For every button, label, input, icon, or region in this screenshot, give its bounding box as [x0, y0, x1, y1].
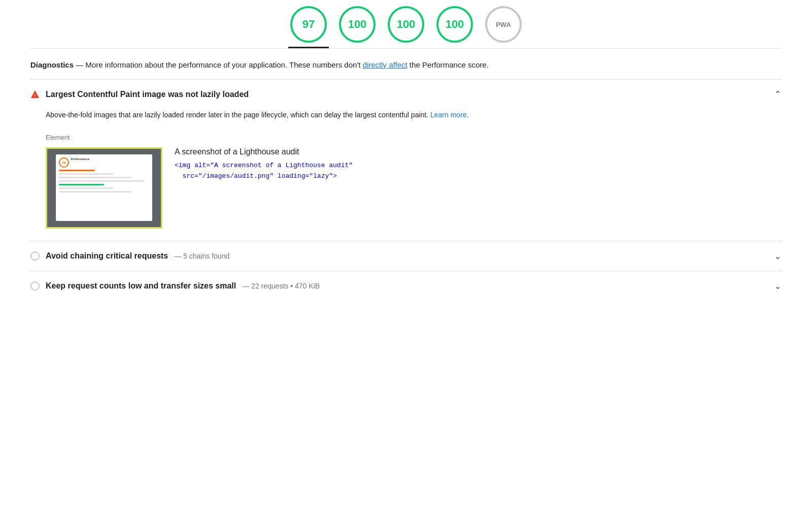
no-indicator-5 — [483, 47, 524, 48]
audit-request-counts: Keep request counts low and transfer siz… — [30, 271, 782, 301]
seo-circle: 100 — [436, 6, 473, 43]
best-practices-circle: 100 — [388, 6, 424, 43]
diagnostics-suffix: the Performance score. — [408, 60, 489, 69]
score-best-practices[interactable]: 100 — [386, 6, 426, 48]
score-seo[interactable]: 100 — [434, 6, 475, 48]
element-row: 73 Performance — [46, 147, 782, 229]
diagnostics-description: — More information about the performance… — [74, 60, 363, 69]
warning-icon: ! — [30, 90, 40, 99]
audit-critical-left: Avoid chaining critical requests — 5 cha… — [30, 251, 229, 261]
audit-request-header[interactable]: Keep request counts low and transfer siz… — [30, 271, 782, 301]
score-pwa[interactable]: PWA — [483, 6, 524, 48]
thumb-inner: 73 Performance — [47, 149, 161, 227]
accessibility-circle: 100 — [339, 6, 376, 43]
chevron-up-icon: ⌃ — [774, 89, 782, 100]
thumb-bar-3 — [59, 177, 131, 178]
thumb-bar-6 — [59, 187, 113, 189]
thumb-bar-4 — [59, 180, 145, 182]
audit-critical-subtitle: — 5 chains found — [174, 252, 229, 260]
element-thumbnail: 73 Performance — [46, 147, 162, 229]
audit-lcp-title: Largest Contentful Paint image was not l… — [46, 90, 249, 99]
thumb-title: Performance — [71, 157, 149, 161]
audit-request-left: Keep request counts low and transfer siz… — [30, 281, 320, 291]
audit-lcp-lazy-load: ! Largest Contentful Paint image was not… — [30, 79, 782, 241]
diagnostics-title: Diagnostics — [30, 60, 74, 69]
audit-lcp-body: Above-the-fold images that are lazily lo… — [30, 109, 782, 241]
learn-more-link[interactable]: Learn more — [430, 111, 467, 119]
thumb-top-row: 73 Performance — [59, 157, 149, 168]
audit-critical-header[interactable]: Avoid chaining critical requests — 5 cha… — [30, 241, 782, 271]
pwa-circle: PWA — [485, 6, 522, 43]
score-accessibility[interactable]: 100 — [337, 6, 378, 48]
active-tab-indicator — [288, 47, 329, 48]
thumb-bar-1 — [59, 170, 95, 171]
thumb-score-circle: 73 — [59, 157, 69, 168]
audit-request-title: Keep request counts low and transfer siz… — [46, 281, 236, 291]
audit-lcp-description: Above-the-fold images that are lazily lo… — [46, 109, 782, 121]
audit-header-left: ! Largest Contentful Paint image was not… — [30, 90, 249, 99]
svg-text:!: ! — [34, 93, 36, 98]
audit-critical-requests: Avoid chaining critical requests — 5 cha… — [30, 241, 782, 271]
element-info: A screenshot of a Lighthouse audit <img … — [175, 147, 782, 182]
scores-bar: 97 100 100 100 PWA — [0, 0, 812, 48]
thumb-bar-7 — [59, 191, 131, 193]
info-circle-icon-2 — [30, 281, 40, 291]
no-indicator-3 — [386, 47, 426, 48]
chevron-down-icon-2: ⌄ — [774, 250, 782, 262]
element-code: <img alt="A screenshot of a Lighthouse a… — [175, 161, 782, 182]
no-indicator-4 — [434, 47, 475, 48]
diagnostics-section: Diagnostics — More information about the… — [0, 49, 812, 79]
thumb-bar-2 — [59, 173, 113, 175]
directly-affect-link[interactable]: directly affect — [363, 60, 408, 69]
chevron-down-icon-3: ⌄ — [774, 280, 782, 292]
info-circle-icon — [30, 251, 40, 261]
audit-lcp-header[interactable]: ! Largest Contentful Paint image was not… — [30, 80, 782, 109]
performance-circle: 97 — [290, 6, 327, 43]
thumb-report: 73 Performance — [56, 154, 152, 221]
audit-request-subtitle: — 22 requests • 470 KiB — [242, 282, 320, 290]
element-image-name: A screenshot of a Lighthouse audit — [175, 147, 782, 156]
thumb-bar-5 — [59, 184, 104, 185]
no-indicator-2 — [337, 47, 378, 48]
element-label: Element — [46, 134, 782, 141]
audit-critical-title: Avoid chaining critical requests — [46, 251, 168, 261]
score-performance[interactable]: 97 — [288, 6, 329, 48]
